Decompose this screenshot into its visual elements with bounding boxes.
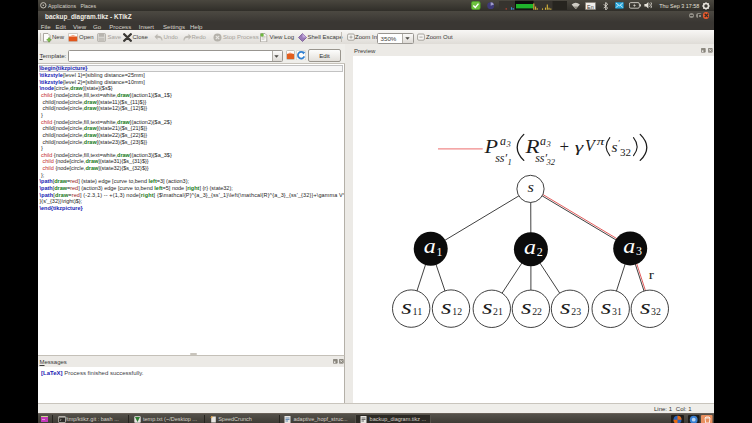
svg-text:21: 21 [493,305,503,317]
svg-text:ss′: ss′ [495,151,507,165]
svg-text:2: 2 [537,245,543,259]
svg-text:31: 31 [612,305,622,317]
svg-text:s: s [601,296,612,318]
svg-text:23: 23 [571,305,581,317]
svg-text:s: s [521,296,532,318]
svg-text:s: s [612,140,619,155]
svg-text:3: 3 [505,140,510,150]
svg-text:r: r [649,267,655,282]
svg-text:s: s [640,296,651,318]
svg-text:a: a [424,235,436,259]
svg-text:a: a [500,134,506,148]
svg-text:V: V [585,138,597,155]
svg-text:a: a [524,235,536,259]
svg-text:1: 1 [508,157,512,167]
svg-text:γ: γ [575,139,585,155]
svg-text:s: s [401,296,412,318]
svg-text:32: 32 [651,305,661,317]
svg-text:22: 22 [532,305,542,317]
svg-text:12: 12 [452,305,462,317]
svg-text:s: s [441,296,452,318]
svg-text:11: 11 [413,305,423,317]
svg-text:s: s [560,296,571,318]
svg-text:+: + [560,137,570,156]
svg-text:s: s [482,296,493,318]
svg-text:π: π [597,136,606,147]
svg-text:3: 3 [545,140,550,150]
svg-text:32: 32 [546,157,556,167]
svg-text:a: a [540,134,546,148]
svg-text:s: s [527,180,534,195]
svg-text:a: a [623,234,635,258]
svg-text:1: 1 [437,245,443,259]
svg-text:3: 3 [636,245,642,259]
svg-text:32: 32 [620,147,631,159]
